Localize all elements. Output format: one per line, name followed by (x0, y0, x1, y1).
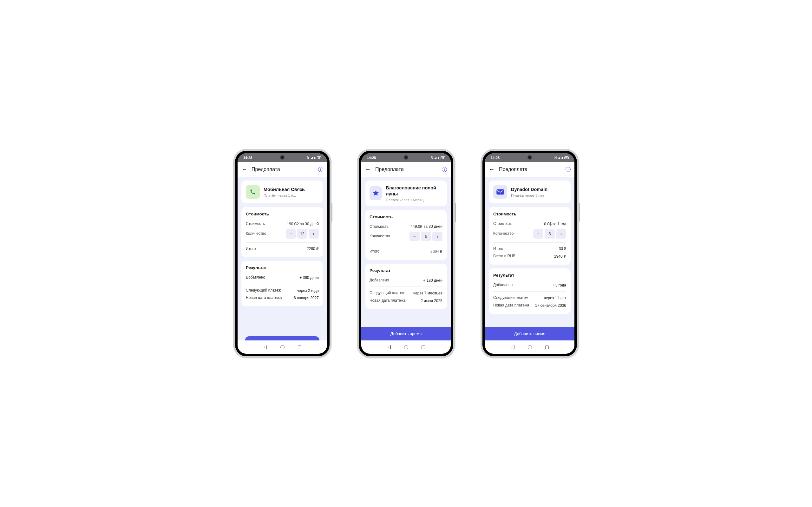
added-row: Добавлено + 180 дней (370, 277, 442, 284)
app-bar: ← Предоплата i (238, 162, 327, 177)
app-bar: ← Предоплата i (361, 162, 451, 177)
phone-icon (250, 189, 256, 195)
divider (493, 242, 566, 243)
next-pay-row: Следующий платеж через 2 года (246, 287, 319, 294)
total-label: Итого (493, 246, 503, 251)
app-bar: ← Предоплата i (485, 162, 574, 177)
added-value: + 3 года (552, 283, 566, 287)
new-date-row: Новая дата платежа 6 января 2027 (246, 294, 319, 302)
subscription-text: Мобильная Связь Платёж через 1 год (264, 186, 305, 198)
cost-label: Стоимость (493, 221, 512, 227)
qty-plus-button[interactable]: + (432, 232, 442, 241)
next-pay-label: Следующий платеж (246, 288, 281, 293)
cost-card: Стоимость Стоимость 449.0₽ за 30 дней Ко… (365, 210, 447, 260)
back-icon[interactable]: ← (365, 166, 371, 173)
nav-recents-icon[interactable] (545, 345, 549, 349)
divider (370, 286, 442, 287)
qty-row: Количество − 12 + (246, 228, 319, 240)
cost-heading: Стоимость (246, 212, 319, 216)
camera-cutout (527, 155, 532, 160)
qty-label: Количество (246, 231, 266, 236)
subscription-text: Dynadot Domain Платёж через 8 лет (511, 186, 548, 198)
add-time-button[interactable]: Добавить время (485, 327, 574, 340)
battery-percent: 96 (441, 156, 445, 159)
cost-row: Стоимость 10.0$ за 1 год (493, 220, 566, 228)
result-card: Результат Добавлено + 360 дней Следующий… (241, 261, 323, 306)
back-icon[interactable]: ← (489, 166, 495, 173)
qty-value: 12 (297, 229, 307, 239)
nav-recents-icon[interactable] (298, 345, 301, 349)
total-row: Итого 2280 ₽ (246, 245, 319, 253)
nav-recents-icon[interactable] (422, 345, 425, 349)
phone-screen: 14:28 ℕ ◢ ▮ 96 ← Предоплата i (238, 153, 327, 354)
status-time: 14:28 (367, 156, 376, 160)
cost-value: 10.0$ за 1 год (542, 222, 566, 226)
info-icon[interactable]: i (442, 167, 447, 172)
total-row: Итого 2694 ₽ (370, 248, 442, 256)
nav-back-icon[interactable] (387, 345, 391, 349)
subscription-subtitle: Платёж через 8 лет (511, 193, 548, 198)
total-value: 30 $ (559, 246, 566, 251)
subscription-card: Dynadot Domain Платёж через 8 лет (489, 180, 571, 204)
result-card: Результат Добавлено + 180 дней Следующий… (365, 264, 447, 309)
added-value: + 180 дней (423, 278, 442, 283)
battery-percent: 96 (564, 156, 569, 159)
camera-cutout (404, 155, 408, 160)
qty-label: Количество (493, 231, 513, 236)
total-value: 2694 ₽ (430, 249, 442, 254)
subscription-subtitle: Платёж через 1 год (264, 193, 305, 198)
total-rub-value: 2940 ₽ (554, 254, 566, 259)
phone-bezel: 14:28 ℕ ◢ ▮ 96 ← Предоплата i (359, 151, 453, 356)
qty-plus-button[interactable]: + (309, 229, 319, 239)
qty-minus-button[interactable]: − (286, 229, 296, 239)
qty-stepper: − 12 + (286, 229, 319, 239)
qty-row: Количество − 3 + (493, 228, 566, 240)
add-time-button[interactable]: Добавить время (361, 327, 451, 340)
next-pay-value: через 11 лет (544, 296, 566, 300)
new-date-label: Новая дата платежа (493, 303, 529, 308)
next-pay-row: Следующий платеж через 11 лет (493, 294, 566, 302)
qty-stepper: − 6 + (410, 232, 442, 241)
battery-percent: 96 (317, 156, 321, 159)
added-label: Добавлено (493, 283, 513, 288)
new-date-label: Новая дата платежа (246, 295, 282, 300)
cost-row: Стоимость 449.0₽ за 30 дней (370, 223, 442, 231)
nfc-icon: ℕ (554, 156, 557, 159)
divider (493, 291, 566, 292)
subscription-title: Dynadot Domain (511, 186, 548, 192)
result-card: Результат Добавлено + 3 года Следующий п… (489, 268, 571, 314)
divider (246, 284, 319, 284)
camera-cutout (280, 155, 285, 160)
nav-back-icon[interactable] (511, 345, 514, 349)
info-icon[interactable]: i (566, 167, 571, 172)
added-row: Добавлено + 3 года (493, 281, 566, 289)
qty-minus-button[interactable]: − (533, 229, 543, 239)
status-icons: ℕ ◢ ▮ 96 (554, 156, 569, 159)
qty-plus-button[interactable]: + (556, 229, 566, 239)
phone-mockup: 14:28 ℕ ◢ ▮ 96 ← Предоплата i (357, 149, 455, 358)
nav-back-icon[interactable] (264, 345, 267, 349)
next-pay-row: Следующий платеж через 7 месяцев (370, 289, 442, 297)
system-nav-bar (361, 340, 451, 354)
new-date-row: Новая дата платежа 2 июня 2025 (370, 297, 442, 304)
status-time: 14:28 (243, 156, 252, 160)
result-heading: Результат (246, 265, 319, 270)
qty-minus-button[interactable]: − (410, 232, 420, 241)
subscription-title: Благословение полой луны (386, 185, 442, 197)
phone-bezel: 14:28 ℕ ◢ ▮ 96 ← Предоплата i (483, 151, 577, 356)
nav-home-icon[interactable] (280, 345, 285, 349)
qty-row: Количество − 6 + (370, 230, 442, 242)
cost-heading: Стоимость (370, 215, 442, 219)
cost-row: Стоимость 190.0₽ за 30 дней (246, 220, 319, 228)
cost-card: Стоимость Стоимость 190.0₽ за 30 дней Ко… (241, 207, 323, 257)
subscription-card: Мобильная Связь Платёж через 1 год (241, 180, 323, 204)
status-icons: ℕ ◢ ▮ 96 (307, 156, 321, 159)
next-pay-label: Следующий платеж (493, 295, 528, 300)
phone-mockup: 14:28 ℕ ◢ ▮ 96 ← Предоплата i (481, 149, 579, 358)
cost-value: 449.0₽ за 30 дней (411, 224, 442, 229)
nav-home-icon[interactable] (528, 345, 532, 349)
mail-icon (496, 187, 505, 196)
nav-home-icon[interactable] (404, 345, 408, 349)
back-icon[interactable]: ← (241, 166, 247, 173)
info-icon[interactable]: i (318, 167, 323, 172)
